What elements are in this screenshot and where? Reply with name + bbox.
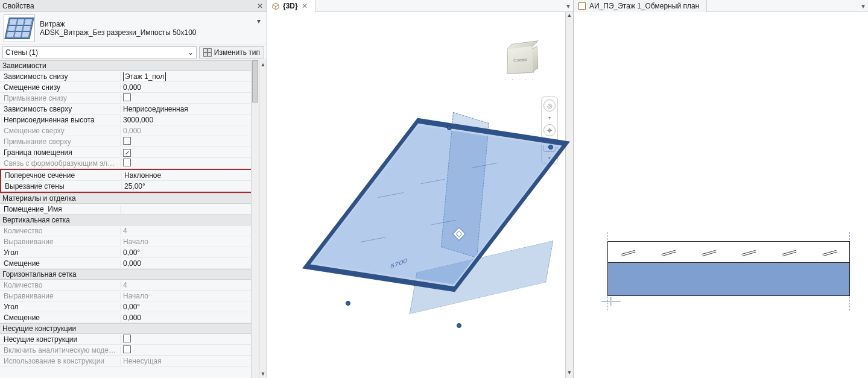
property-group-header[interactable]: Горизонтальная сетка⌃	[0, 269, 259, 280]
close-icon[interactable]: ✕	[302, 2, 308, 10]
scroll-down-icon[interactable]: ▼	[259, 370, 267, 378]
tab-3d[interactable]: {3D} ✕	[267, 0, 315, 12]
3d-canvas[interactable]: Слева · · · · · ◎ ▾ ✥ ▭ ▾ 5700	[267, 12, 565, 378]
filter-row: Стены (1) ⌄ Изменить тип	[0, 45, 267, 60]
close-icon[interactable]: ✕	[256, 2, 264, 10]
vertex-point[interactable]	[346, 301, 350, 306]
property-group-header[interactable]: Вертикальная сетка⌃	[0, 215, 259, 225]
property-value[interactable]: Наклонное	[122, 171, 250, 180]
edit-type-button[interactable]: Изменить тип	[199, 46, 264, 58]
property-row[interactable]: Примыкание сверху	[0, 136, 259, 147]
property-row[interactable]: Зависимость снизуЭтаж 1_пол	[0, 71, 259, 82]
property-row[interactable]: Вырезание стены25,00°	[1, 181, 258, 192]
property-row[interactable]: ВыравниваниеНачало	[0, 236, 259, 247]
property-group-header[interactable]: Несущие конструкции⌃	[0, 323, 259, 334]
viewcube-face[interactable]: Слева	[507, 45, 534, 74]
property-label: Примыкание сверху	[0, 137, 121, 146]
property-label: Угол	[0, 248, 121, 257]
property-value[interactable]: 0,00°	[121, 248, 259, 257]
property-value[interactable]	[121, 335, 259, 344]
property-value[interactable]: Этаж 1_пол	[121, 72, 259, 81]
property-row[interactable]: ВыравниваниеНачало	[0, 291, 259, 301]
property-value[interactable]: ✓	[121, 148, 259, 157]
checkbox	[123, 159, 131, 166]
property-value[interactable]: Начало	[121, 238, 259, 246]
checkbox[interactable]	[123, 335, 131, 342]
scrollbar-thumb[interactable]	[252, 60, 258, 102]
view-3d-scrollbar[interactable]: ▲ ▼	[565, 12, 573, 378]
property-row[interactable]: Поперечное сечениеНаклонное	[1, 170, 258, 181]
property-value[interactable]: 0,000	[121, 127, 259, 135]
vertex-point[interactable]	[457, 323, 461, 328]
property-row[interactable]: Количество4	[0, 280, 259, 291]
property-value[interactable]	[121, 93, 259, 103]
vertex-point[interactable]	[548, 145, 553, 150]
chevron-down-icon: ⌄	[188, 48, 194, 57]
property-group-label: Зависимости	[2, 61, 46, 70]
filter-select[interactable]: Стены (1) ⌄	[2, 46, 197, 58]
property-value[interactable]: Неприсоединенная	[121, 105, 259, 113]
property-input[interactable]: Этаж 1_пол	[123, 72, 166, 81]
property-value[interactable]	[121, 159, 259, 168]
property-value[interactable]: 4	[121, 227, 259, 235]
property-value[interactable]: Начало	[121, 292, 259, 300]
property-label: Граница помещения	[0, 148, 121, 157]
property-row[interactable]: Зависимость сверхуНеприсоединенная	[0, 104, 259, 115]
type-selector[interactable]: Витраж ADSK_Витраж_Без разрезки_Импосты …	[0, 12, 267, 45]
property-value[interactable]: 25,00°	[122, 182, 250, 191]
scroll-down-icon[interactable]: ▼	[566, 370, 573, 378]
property-row[interactable]: Смещение сверху0,000	[0, 125, 259, 136]
property-row[interactable]: Помещение_Имя	[0, 204, 259, 215]
property-row[interactable]: Неприсоединенная высота3000,000	[0, 115, 259, 125]
checkbox[interactable]: ✓	[123, 149, 131, 157]
property-group-label: Несущие конструкции	[2, 324, 76, 333]
tab-plan-label: АИ_ПЭ_Этаж 1_Обмерный план	[589, 2, 699, 10]
property-group-label: Материалы и отделка	[2, 194, 76, 203]
property-label: Угол	[0, 303, 121, 311]
property-row[interactable]: Граница помещения✓	[0, 147, 259, 158]
viewcube[interactable]: Слева · · · · ·	[499, 42, 541, 84]
scroll-up-icon[interactable]: ▲	[259, 60, 267, 69]
property-value[interactable]: 4	[121, 281, 259, 289]
tabbar-menu-icon[interactable]: ▾	[858, 2, 868, 10]
property-value[interactable]	[121, 345, 259, 355]
property-value[interactable]: Ненесущая	[121, 357, 259, 365]
property-label: Выравнивание	[0, 238, 121, 246]
property-row[interactable]: Несущие конструкции	[0, 334, 259, 345]
chevron-down-icon[interactable]: ▾	[255, 17, 263, 25]
property-row[interactable]: Связь с формообразующим эл…	[0, 158, 259, 169]
view-3d: {3D} ✕ ▾ Слева · · · · · ◎ ▾ ✥ ▭ ▾	[267, 0, 574, 378]
tab-plan[interactable]: АИ_ПЭ_Этаж 1_Обмерный план	[574, 0, 707, 12]
property-value[interactable]: 0,000	[121, 259, 259, 268]
3d-scene: 5700	[297, 109, 551, 350]
property-value[interactable]: 3000,000	[121, 116, 259, 124]
scroll-up-icon[interactable]: ▲	[566, 12, 573, 20]
tabbar-menu-icon[interactable]: ▾	[563, 2, 573, 10]
property-row[interactable]: Примыкание снизу	[0, 93, 259, 104]
property-value[interactable]: 0,00°	[121, 303, 259, 311]
property-row[interactable]: Угол0,00°	[0, 301, 259, 312]
property-label: Смещение сверху	[0, 127, 121, 135]
property-row[interactable]: Использование в конструкцииНенесущая	[0, 356, 259, 367]
inner-scrollbar[interactable]	[251, 60, 259, 378]
vertex-point[interactable]	[447, 125, 452, 130]
outer-scrollbar[interactable]: ▲ ▼	[259, 60, 267, 378]
property-row[interactable]: Смещение0,000	[0, 312, 259, 323]
property-value[interactable]: 0,000	[121, 83, 259, 92]
property-label: Смещение снизу	[0, 83, 121, 92]
property-row[interactable]: Включить аналитическую моде…	[0, 345, 259, 356]
property-value[interactable]: 0,000	[121, 313, 259, 322]
plan-canvas[interactable]: —|—	[574, 12, 868, 378]
property-row[interactable]: Угол0,00°	[0, 247, 259, 258]
property-group-header[interactable]: Материалы и отделка⌃	[0, 193, 259, 204]
property-row[interactable]: Количество4	[0, 225, 259, 236]
property-value[interactable]	[121, 137, 259, 146]
property-row[interactable]: Смещение0,000	[0, 258, 259, 269]
property-row[interactable]: Смещение снизу0,000	[0, 82, 259, 93]
property-group-label: Горизонтальная сетка	[2, 270, 77, 279]
property-label: Выравнивание	[0, 292, 121, 300]
dimension-text: 5700	[390, 257, 408, 270]
property-group-header[interactable]: Зависимости⌃	[0, 60, 259, 71]
property-label: Помещение_Имя	[0, 205, 121, 213]
property-label: Включить аналитическую моде…	[0, 346, 121, 354]
